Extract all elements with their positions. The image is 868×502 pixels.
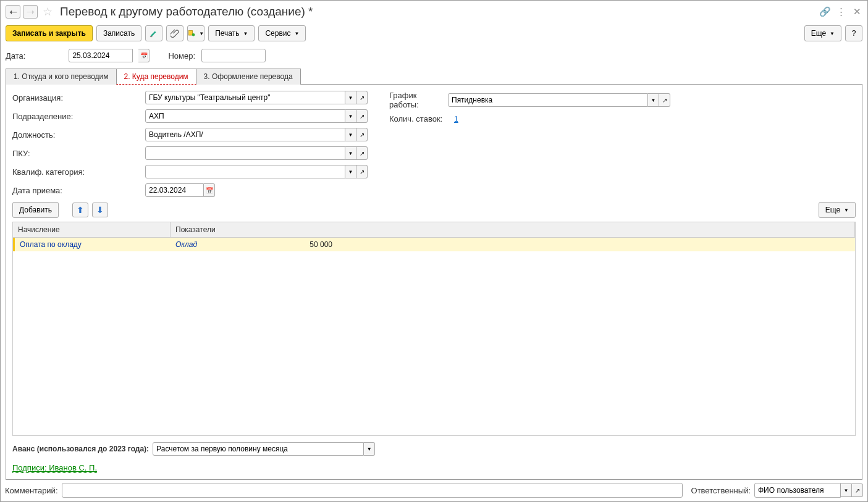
pku-label: ПКУ: [12, 149, 145, 158]
accruals-table: Начисление Показатели Оплата по окладу О… [12, 222, 856, 436]
org-dropdown-button[interactable]: ▼ [345, 91, 356, 104]
tab-formalize[interactable]: 3. Оформление перевода [196, 69, 301, 85]
responsible-dropdown-button[interactable]: ▼ [841, 483, 852, 497]
dept-label: Подразделение: [12, 112, 145, 121]
pos-open-button[interactable]: ↗ [356, 128, 368, 141]
dept-open-button[interactable]: ↗ [356, 109, 368, 123]
date-input[interactable] [69, 49, 133, 62]
pku-dropdown-button[interactable]: ▼ [345, 146, 356, 160]
org-input[interactable] [145, 91, 345, 104]
dept-dropdown-button[interactable]: ▼ [345, 109, 356, 123]
pku-input[interactable] [145, 146, 345, 160]
comment-label: Комментарий: [5, 486, 58, 495]
responsible-input[interactable] [754, 483, 841, 498]
nav-forward-button[interactable]: 🠒 [23, 5, 38, 19]
svg-rect-0 [150, 36, 153, 37]
table-row[interactable]: Оплата по окладу Оклад 50 000 [13, 238, 855, 251]
signatures-link[interactable]: Подписи: Иванов С. П. [12, 463, 97, 473]
move-down-button[interactable]: ⬇ [92, 203, 108, 217]
avans-dropdown-button[interactable]: ▼ [364, 442, 375, 456]
nav-back-button[interactable]: 🠐 [6, 5, 20, 19]
window-title: Перевод к другому работодателю (создание… [60, 5, 313, 19]
pos-input[interactable] [145, 128, 345, 141]
pku-open-button[interactable]: ↗ [356, 146, 368, 160]
cell-indicator-name: Оклад [171, 238, 251, 251]
sched-label: График работы: [389, 91, 448, 109]
org-open-button[interactable]: ↗ [356, 91, 368, 104]
save-close-button[interactable]: Записать и закрыть [6, 25, 93, 41]
tab-from[interactable]: 1. Откуда и кого переводим [6, 69, 117, 85]
comment-input[interactable] [62, 483, 683, 498]
close-icon[interactable]: ✕ [851, 6, 862, 17]
qual-open-button[interactable]: ↗ [356, 165, 368, 178]
rates-value-link[interactable]: 1 [454, 115, 458, 123]
th-indicators[interactable]: Показатели [171, 222, 855, 237]
rates-label: Колич. ставок: [389, 114, 448, 123]
th-accrual[interactable]: Начисление [13, 222, 171, 237]
link-icon[interactable]: 🔗 [819, 6, 830, 17]
dept-input[interactable] [145, 109, 345, 123]
cell-indicator-value: 50 000 [251, 238, 337, 251]
favorite-star-icon[interactable]: ☆ [43, 5, 53, 19]
org-label: Организация: [12, 93, 145, 102]
pos-label: Должность: [12, 130, 145, 140]
table-more-button[interactable]: Еще▼ [819, 202, 856, 218]
date-label: Дата: [6, 51, 25, 61]
more-button[interactable]: Еще▼ [804, 25, 841, 41]
hire-label: Дата приема: [12, 186, 145, 195]
help-button[interactable]: ? [845, 25, 862, 41]
avans-input[interactable] [153, 442, 364, 456]
sched-dropdown-button[interactable]: ▼ [648, 93, 659, 107]
highlight-button[interactable] [145, 25, 162, 41]
responsible-open-button[interactable]: ↗ [852, 483, 863, 497]
cell-accrual-name: Оплата по окладу [13, 238, 171, 251]
qual-label: Квалиф. категория: [12, 167, 145, 177]
attach-button[interactable] [166, 25, 183, 41]
avans-label: Аванс (использовался до 2023 года): [12, 445, 149, 453]
responsible-label: Ответственный: [691, 486, 751, 495]
add-row-button[interactable]: Добавить [12, 202, 59, 218]
kebab-menu-icon[interactable]: ⋮ [835, 6, 846, 17]
move-up-button[interactable]: ⬆ [72, 203, 88, 217]
sched-input[interactable] [448, 93, 648, 107]
svg-rect-1 [189, 30, 193, 35]
sched-open-button[interactable]: ↗ [659, 93, 670, 107]
date-calendar-button[interactable]: 📅 [138, 49, 150, 62]
pos-dropdown-button[interactable]: ▼ [345, 128, 356, 141]
number-input[interactable] [201, 49, 266, 62]
create-based-on-button[interactable]: ▼ [187, 25, 204, 41]
svg-point-2 [192, 33, 195, 36]
hire-date-input[interactable] [145, 183, 204, 197]
service-button[interactable]: Сервис▼ [258, 25, 306, 41]
qual-input[interactable] [145, 165, 345, 178]
number-label: Номер: [168, 51, 195, 61]
hire-calendar-button[interactable]: 📅 [204, 183, 215, 197]
save-button[interactable]: Записать [96, 25, 141, 41]
qual-dropdown-button[interactable]: ▼ [345, 165, 356, 178]
print-button[interactable]: Печать▼ [208, 25, 255, 41]
tab-to[interactable]: 2. Куда переводим [116, 69, 196, 85]
